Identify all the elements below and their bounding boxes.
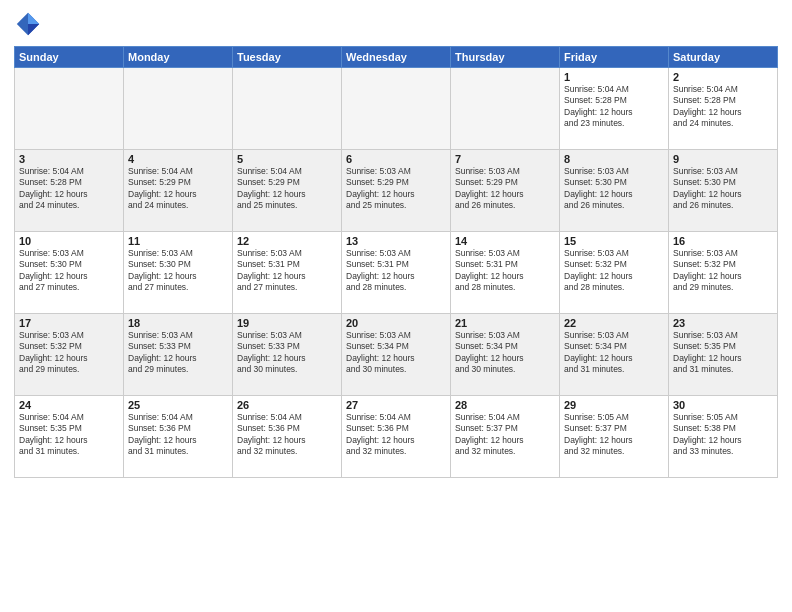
calendar-cell: 2Sunrise: 5:04 AM Sunset: 5:28 PM Daylig… [669, 68, 778, 150]
calendar-cell: 28Sunrise: 5:04 AM Sunset: 5:37 PM Dayli… [451, 396, 560, 478]
calendar-week-row: 1Sunrise: 5:04 AM Sunset: 5:28 PM Daylig… [15, 68, 778, 150]
day-number: 15 [564, 235, 664, 247]
day-info: Sunrise: 5:03 AM Sunset: 5:29 PM Dayligh… [455, 166, 555, 212]
day-info: Sunrise: 5:03 AM Sunset: 5:35 PM Dayligh… [673, 330, 773, 376]
day-info: Sunrise: 5:03 AM Sunset: 5:30 PM Dayligh… [128, 248, 228, 294]
day-info: Sunrise: 5:03 AM Sunset: 5:31 PM Dayligh… [237, 248, 337, 294]
day-number: 14 [455, 235, 555, 247]
svg-marker-2 [28, 24, 39, 35]
day-info: Sunrise: 5:04 AM Sunset: 5:29 PM Dayligh… [128, 166, 228, 212]
day-number: 21 [455, 317, 555, 329]
day-number: 12 [237, 235, 337, 247]
day-info: Sunrise: 5:03 AM Sunset: 5:31 PM Dayligh… [455, 248, 555, 294]
calendar-cell [233, 68, 342, 150]
calendar-cell: 7Sunrise: 5:03 AM Sunset: 5:29 PM Daylig… [451, 150, 560, 232]
day-info: Sunrise: 5:04 AM Sunset: 5:28 PM Dayligh… [673, 84, 773, 130]
day-number: 9 [673, 153, 773, 165]
calendar-cell: 17Sunrise: 5:03 AM Sunset: 5:32 PM Dayli… [15, 314, 124, 396]
day-info: Sunrise: 5:04 AM Sunset: 5:36 PM Dayligh… [237, 412, 337, 458]
calendar-cell: 21Sunrise: 5:03 AM Sunset: 5:34 PM Dayli… [451, 314, 560, 396]
weekday-header-thursday: Thursday [451, 47, 560, 68]
day-info: Sunrise: 5:04 AM Sunset: 5:28 PM Dayligh… [564, 84, 664, 130]
page: SundayMondayTuesdayWednesdayThursdayFrid… [0, 0, 792, 612]
day-number: 19 [237, 317, 337, 329]
calendar-cell: 22Sunrise: 5:03 AM Sunset: 5:34 PM Dayli… [560, 314, 669, 396]
day-number: 23 [673, 317, 773, 329]
day-number: 10 [19, 235, 119, 247]
day-number: 16 [673, 235, 773, 247]
calendar-cell: 10Sunrise: 5:03 AM Sunset: 5:30 PM Dayli… [15, 232, 124, 314]
calendar-cell: 19Sunrise: 5:03 AM Sunset: 5:33 PM Dayli… [233, 314, 342, 396]
calendar-cell: 20Sunrise: 5:03 AM Sunset: 5:34 PM Dayli… [342, 314, 451, 396]
day-number: 20 [346, 317, 446, 329]
day-info: Sunrise: 5:03 AM Sunset: 5:30 PM Dayligh… [673, 166, 773, 212]
day-number: 22 [564, 317, 664, 329]
calendar-cell: 6Sunrise: 5:03 AM Sunset: 5:29 PM Daylig… [342, 150, 451, 232]
day-info: Sunrise: 5:04 AM Sunset: 5:36 PM Dayligh… [346, 412, 446, 458]
svg-marker-1 [28, 13, 39, 24]
day-number: 29 [564, 399, 664, 411]
calendar-cell [342, 68, 451, 150]
day-info: Sunrise: 5:03 AM Sunset: 5:30 PM Dayligh… [19, 248, 119, 294]
calendar-cell: 8Sunrise: 5:03 AM Sunset: 5:30 PM Daylig… [560, 150, 669, 232]
weekday-header-wednesday: Wednesday [342, 47, 451, 68]
day-number: 11 [128, 235, 228, 247]
day-number: 27 [346, 399, 446, 411]
calendar-week-row: 10Sunrise: 5:03 AM Sunset: 5:30 PM Dayli… [15, 232, 778, 314]
calendar-cell: 11Sunrise: 5:03 AM Sunset: 5:30 PM Dayli… [124, 232, 233, 314]
day-info: Sunrise: 5:03 AM Sunset: 5:32 PM Dayligh… [564, 248, 664, 294]
day-info: Sunrise: 5:03 AM Sunset: 5:31 PM Dayligh… [346, 248, 446, 294]
day-info: Sunrise: 5:05 AM Sunset: 5:38 PM Dayligh… [673, 412, 773, 458]
day-info: Sunrise: 5:04 AM Sunset: 5:35 PM Dayligh… [19, 412, 119, 458]
day-info: Sunrise: 5:04 AM Sunset: 5:28 PM Dayligh… [19, 166, 119, 212]
day-number: 17 [19, 317, 119, 329]
calendar-cell: 27Sunrise: 5:04 AM Sunset: 5:36 PM Dayli… [342, 396, 451, 478]
calendar-week-row: 24Sunrise: 5:04 AM Sunset: 5:35 PM Dayli… [15, 396, 778, 478]
day-info: Sunrise: 5:03 AM Sunset: 5:34 PM Dayligh… [564, 330, 664, 376]
calendar-cell: 12Sunrise: 5:03 AM Sunset: 5:31 PM Dayli… [233, 232, 342, 314]
calendar-cell [451, 68, 560, 150]
calendar-cell: 1Sunrise: 5:04 AM Sunset: 5:28 PM Daylig… [560, 68, 669, 150]
calendar-week-row: 17Sunrise: 5:03 AM Sunset: 5:32 PM Dayli… [15, 314, 778, 396]
day-info: Sunrise: 5:03 AM Sunset: 5:33 PM Dayligh… [128, 330, 228, 376]
day-number: 13 [346, 235, 446, 247]
day-number: 1 [564, 71, 664, 83]
day-number: 30 [673, 399, 773, 411]
calendar-cell: 26Sunrise: 5:04 AM Sunset: 5:36 PM Dayli… [233, 396, 342, 478]
day-info: Sunrise: 5:03 AM Sunset: 5:32 PM Dayligh… [673, 248, 773, 294]
day-number: 26 [237, 399, 337, 411]
day-number: 3 [19, 153, 119, 165]
weekday-header-saturday: Saturday [669, 47, 778, 68]
calendar-cell: 13Sunrise: 5:03 AM Sunset: 5:31 PM Dayli… [342, 232, 451, 314]
calendar-table: SundayMondayTuesdayWednesdayThursdayFrid… [14, 46, 778, 478]
day-number: 24 [19, 399, 119, 411]
calendar-cell: 30Sunrise: 5:05 AM Sunset: 5:38 PM Dayli… [669, 396, 778, 478]
calendar-header-row: SundayMondayTuesdayWednesdayThursdayFrid… [15, 47, 778, 68]
day-number: 2 [673, 71, 773, 83]
logo-icon [14, 10, 42, 38]
weekday-header-sunday: Sunday [15, 47, 124, 68]
calendar-week-row: 3Sunrise: 5:04 AM Sunset: 5:28 PM Daylig… [15, 150, 778, 232]
day-info: Sunrise: 5:03 AM Sunset: 5:34 PM Dayligh… [346, 330, 446, 376]
calendar-cell [15, 68, 124, 150]
weekday-header-tuesday: Tuesday [233, 47, 342, 68]
header [14, 10, 778, 38]
day-number: 5 [237, 153, 337, 165]
calendar-cell: 14Sunrise: 5:03 AM Sunset: 5:31 PM Dayli… [451, 232, 560, 314]
day-number: 18 [128, 317, 228, 329]
calendar-cell: 3Sunrise: 5:04 AM Sunset: 5:28 PM Daylig… [15, 150, 124, 232]
weekday-header-friday: Friday [560, 47, 669, 68]
weekday-header-monday: Monday [124, 47, 233, 68]
calendar-cell: 16Sunrise: 5:03 AM Sunset: 5:32 PM Dayli… [669, 232, 778, 314]
day-number: 6 [346, 153, 446, 165]
calendar-cell: 5Sunrise: 5:04 AM Sunset: 5:29 PM Daylig… [233, 150, 342, 232]
day-info: Sunrise: 5:05 AM Sunset: 5:37 PM Dayligh… [564, 412, 664, 458]
calendar-cell: 9Sunrise: 5:03 AM Sunset: 5:30 PM Daylig… [669, 150, 778, 232]
calendar-cell: 24Sunrise: 5:04 AM Sunset: 5:35 PM Dayli… [15, 396, 124, 478]
day-info: Sunrise: 5:03 AM Sunset: 5:33 PM Dayligh… [237, 330, 337, 376]
day-info: Sunrise: 5:03 AM Sunset: 5:32 PM Dayligh… [19, 330, 119, 376]
calendar-cell [124, 68, 233, 150]
day-info: Sunrise: 5:03 AM Sunset: 5:30 PM Dayligh… [564, 166, 664, 212]
day-info: Sunrise: 5:04 AM Sunset: 5:36 PM Dayligh… [128, 412, 228, 458]
day-number: 7 [455, 153, 555, 165]
